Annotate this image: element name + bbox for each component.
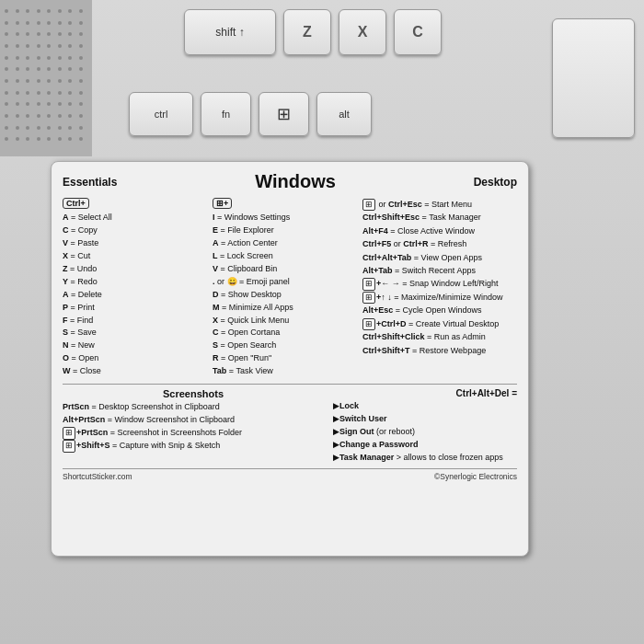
speaker-dot [79,44,83,48]
speaker-dot [68,21,72,25]
speaker-dot [58,67,62,71]
windows-title: Windows [255,171,336,192]
speaker-dot [79,67,83,71]
bottom-key-row: ctrl fn ⊞ alt [129,92,372,136]
speaker-dot [68,137,72,141]
speaker-dot [5,56,8,60]
speaker-dot [58,56,62,60]
speaker-dot [79,21,83,25]
speaker-dot [5,126,8,130]
desktop-column: ⊞ or Ctrl+Esc = Start Menu Ctrl+Shift+Es… [362,198,517,378]
speaker-dot [79,32,83,36]
top-key-row: shift ↑ Z X C [184,9,442,55]
speaker-dot [37,56,40,60]
speaker-dot [79,102,83,106]
speaker-dot [58,91,62,95]
speaker-dot [58,32,62,36]
speaker-dot [47,137,51,141]
win-key[interactable]: ⊞ [259,92,309,136]
speaker-dot [58,44,62,48]
keyboard-background: // Will be rendered via JS below shift ↑… [0,0,644,644]
speaker-dot [26,67,29,71]
speaker-dot [26,21,29,25]
speaker-dot [16,56,19,60]
speaker-dot [37,137,40,141]
speaker-dot [26,9,29,13]
speaker-dot [26,137,29,141]
speaker-dot [58,114,62,118]
speaker-dot [37,44,40,48]
speaker-dot [68,67,72,71]
speaker-dot [16,79,19,83]
speaker-dot [5,21,8,25]
screenshots-list: PrtScn = Desktop Screenshot in Clipboard… [63,401,324,453]
speaker-dot [47,32,51,36]
shift-key[interactable]: shift ↑ [184,9,276,55]
fn-key[interactable]: fn [201,92,251,136]
speaker-dot [47,114,51,118]
speaker-dot [58,102,62,106]
speaker-dot [37,9,40,13]
alt-key[interactable]: alt [316,92,372,136]
essentials-title: Essentials [63,176,117,189]
speaker-dot [47,56,51,60]
speaker-dot [37,21,40,25]
footer-right: ©Synerlogic Electronics [434,472,517,481]
speaker-dot [58,126,62,130]
right-key [552,18,635,138]
screenshots-title: Screenshots [63,388,324,399]
speaker-dot [68,79,72,83]
speaker-dot [37,102,40,106]
shift-label: shift ↑ [215,26,244,39]
speaker-dot [5,91,8,95]
desktop-list: ⊞ or Ctrl+Esc = Start Menu Ctrl+Shift+Es… [362,198,517,357]
x-key[interactable]: X [339,9,386,55]
speaker-dot [68,126,72,130]
win-shortcuts-column: ⊞+ I = Windows Settings E = File Explore… [213,198,355,378]
speaker-dot [5,44,8,48]
speaker-dot [37,79,40,83]
speaker-grille: // Will be rendered via JS below [0,0,92,156]
speaker-dot [26,114,29,118]
speaker-dot [47,126,51,130]
speaker-dot [47,44,51,48]
speaker-dot [58,9,62,13]
sticker-footer: ShortcutSticker.com ©Synerlogic Electron… [63,468,517,481]
speaker-dot [26,32,29,36]
win-shortcuts-list: I = Windows Settings E = File Explorer A… [213,212,355,378]
speaker-dot [68,91,72,95]
ctrl-alt-del-section: Ctrl+Alt+Del = ▶Lock ▶Switch User ▶Sign … [333,388,517,465]
speaker-dot [37,32,40,36]
win-label: ⊞+ [213,198,355,212]
screenshots-left: Screenshots PrtScn = Desktop Screenshot … [63,388,324,453]
speaker-dot [68,9,72,13]
speaker-dot [68,102,72,106]
ctrl-label: Ctrl+ [63,198,205,212]
speaker-dot [79,56,83,60]
speaker-dot [37,114,40,118]
sticker-body: Ctrl+ A = Select All C = Copy V = Paste … [63,198,517,378]
speaker-dot [79,126,83,130]
speaker-dot [68,44,72,48]
speaker-dot [79,91,83,95]
shortcut-sticker: Essentials Windows Desktop Ctrl+ A = Sel… [51,161,529,557]
speaker-dot [16,67,19,71]
speaker-dot [16,126,19,130]
speaker-dot [79,114,83,118]
ctrl-key[interactable]: ctrl [129,92,193,136]
c-key[interactable]: C [394,9,442,55]
speaker-dot [16,44,19,48]
speaker-dot [68,56,72,60]
speaker-dot [16,32,19,36]
speaker-dot [47,79,51,83]
ctrl-alt-del-list: ▶Lock ▶Switch User ▶Sign Out (or reboot)… [333,400,517,465]
speaker-dot [79,79,83,83]
z-key[interactable]: Z [283,9,331,55]
speaker-dot [16,21,19,25]
speaker-dot [68,114,72,118]
speaker-dot [68,32,72,36]
speaker-dot [16,91,19,95]
speaker-dot [16,137,19,141]
footer-left: ShortcutSticker.com [63,472,132,481]
essentials-column: Ctrl+ A = Select All C = Copy V = Paste … [63,198,205,378]
